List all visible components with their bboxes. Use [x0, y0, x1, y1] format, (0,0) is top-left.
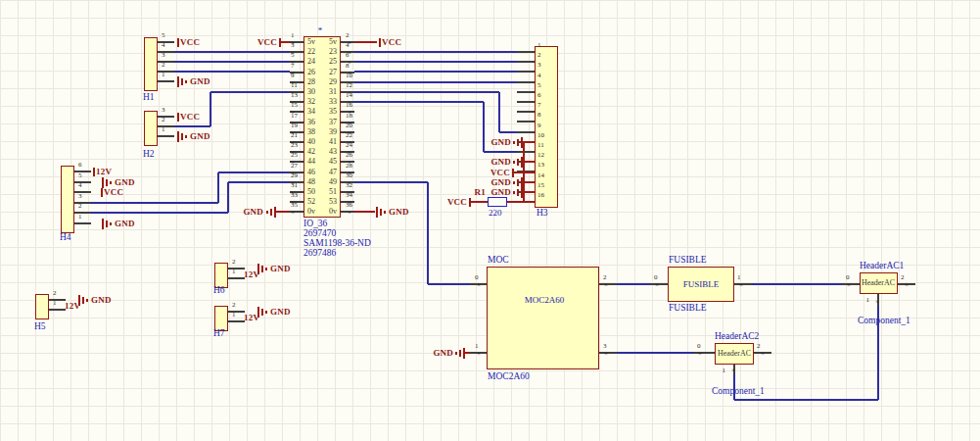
- pin-stub[interactable]: [517, 151, 535, 152]
- wire-segment[interactable]: [227, 182, 229, 213]
- pin-stub[interactable]: [517, 111, 535, 112]
- pin-stub[interactable]: [517, 71, 535, 72]
- pin-stub[interactable]: [158, 71, 174, 72]
- wire-segment[interactable]: [617, 283, 650, 285]
- h5-designator[interactable]: H5: [34, 322, 46, 332]
- pin-stub[interactable]: [74, 181, 91, 182]
- io36-part-number[interactable]: 2697486: [303, 249, 336, 259]
- pin-stub[interactable]: [49, 299, 66, 300]
- r1-resistor[interactable]: [488, 197, 507, 207]
- wire-segment[interactable]: [499, 131, 517, 133]
- pin-stub[interactable]: [599, 352, 617, 353]
- pin-stub[interactable]: [517, 81, 535, 82]
- pin-stub[interactable]: [650, 283, 668, 284]
- wire-segment[interactable]: [217, 172, 219, 203]
- gnd-label[interactable]: GND: [190, 77, 210, 86]
- h7-body[interactable]: [214, 306, 228, 331]
- pin-stub[interactable]: [49, 309, 66, 310]
- wire-segment[interactable]: [523, 141, 535, 143]
- h4-body[interactable]: [61, 166, 74, 233]
- vcc-label[interactable]: VCC: [382, 38, 401, 47]
- pin-stub[interactable]: [74, 191, 91, 192]
- vcc-label[interactable]: VCC: [180, 113, 200, 122]
- h6-designator[interactable]: H6: [213, 286, 225, 296]
- wire-segment[interactable]: [174, 51, 290, 53]
- pin-stub[interactable]: [693, 352, 715, 353]
- headerac1-sub-label[interactable]: Component_1: [858, 317, 910, 326]
- headerac2-sub-label[interactable]: Component_1: [712, 387, 765, 397]
- wire-segment[interactable]: [523, 191, 535, 193]
- h1-designator[interactable]: H1: [143, 93, 155, 103]
- pin-stub[interactable]: [158, 51, 174, 52]
- pin-stub[interactable]: [228, 311, 245, 312]
- gnd-label[interactable]: GND: [490, 158, 511, 167]
- wire-segment[interactable]: [465, 352, 470, 354]
- h7-designator[interactable]: H7: [213, 329, 225, 339]
- moc-value[interactable]: MOC2A60: [488, 372, 530, 382]
- wire-segment[interactable]: [483, 102, 485, 152]
- wire-segment[interactable]: [354, 71, 517, 73]
- gnd-label[interactable]: GND: [115, 220, 135, 228]
- wire-segment[interactable]: [523, 161, 535, 163]
- pin-stub[interactable]: [158, 80, 174, 81]
- pin-stub[interactable]: [734, 283, 752, 284]
- pin-stub[interactable]: [158, 125, 174, 126]
- fusible-designator[interactable]: FUSIBLE: [669, 256, 707, 266]
- vcc-label[interactable]: VCC: [104, 188, 123, 197]
- wire-segment[interactable]: [507, 201, 535, 203]
- pin-stub[interactable]: [517, 101, 535, 102]
- pin-stub[interactable]: [158, 135, 174, 136]
- wire-segment[interactable]: [428, 283, 470, 285]
- pin-stub[interactable]: [74, 222, 91, 223]
- wire-segment[interactable]: [733, 374, 735, 400]
- gnd-label[interactable]: GND: [389, 208, 409, 217]
- gnd-label[interactable]: GND: [433, 349, 453, 358]
- 12v-label[interactable]: 12V: [244, 270, 259, 279]
- pin-stub[interactable]: [74, 202, 91, 203]
- wire-segment[interactable]: [354, 81, 517, 83]
- pin-stub[interactable]: [74, 212, 91, 213]
- pin-stub[interactable]: [517, 91, 535, 92]
- vcc-label[interactable]: VCC: [180, 38, 200, 47]
- wire-segment[interactable]: [174, 71, 290, 73]
- wire-segment[interactable]: [210, 92, 211, 126]
- vcc-label[interactable]: VCC: [257, 38, 277, 47]
- wire-segment[interactable]: [354, 61, 517, 63]
- 12v-label[interactable]: 12V: [65, 302, 80, 311]
- wire-segment[interactable]: [354, 101, 484, 103]
- pin-stub[interactable]: [517, 61, 535, 62]
- h1-body[interactable]: [144, 37, 158, 91]
- pin-stub[interactable]: [517, 131, 535, 132]
- wire-segment[interactable]: [471, 201, 488, 203]
- pin-stub[interactable]: [158, 61, 174, 62]
- wire-segment[interactable]: [523, 142, 525, 202]
- pin-stub[interactable]: [599, 283, 617, 284]
- wire-segment[interactable]: [174, 125, 210, 127]
- vcc-label[interactable]: VCC: [447, 198, 467, 207]
- h6-body[interactable]: [214, 263, 228, 288]
- wire-segment[interactable]: [91, 202, 218, 204]
- wire-segment[interactable]: [354, 51, 517, 53]
- h2-designator[interactable]: H2: [143, 150, 155, 160]
- pin-stub[interactable]: [517, 51, 535, 52]
- pin-stub[interactable]: [74, 171, 91, 172]
- wire-segment[interactable]: [752, 283, 842, 285]
- wire-segment[interactable]: [218, 172, 290, 173]
- wire-segment[interactable]: [484, 151, 517, 153]
- wire-segment[interactable]: [174, 61, 290, 63]
- vcc-label[interactable]: VCC: [490, 169, 510, 177]
- wire-segment[interactable]: [228, 181, 290, 183]
- wire-segment[interactable]: [877, 306, 879, 400]
- wire-segment[interactable]: [276, 211, 290, 213]
- gnd-label[interactable]: GND: [91, 296, 112, 305]
- pin-stub[interactable]: [158, 41, 174, 42]
- gnd-label[interactable]: GND: [490, 138, 511, 147]
- pin-stub[interactable]: [842, 283, 860, 284]
- wire-segment[interactable]: [354, 211, 375, 213]
- moc-designator[interactable]: MOC: [488, 256, 509, 266]
- pin-stub[interactable]: [158, 116, 174, 117]
- gnd-label[interactable]: GND: [270, 308, 291, 317]
- pin-stub[interactable]: [228, 277, 245, 278]
- wire-segment[interactable]: [427, 182, 429, 284]
- h2-body[interactable]: [144, 111, 158, 146]
